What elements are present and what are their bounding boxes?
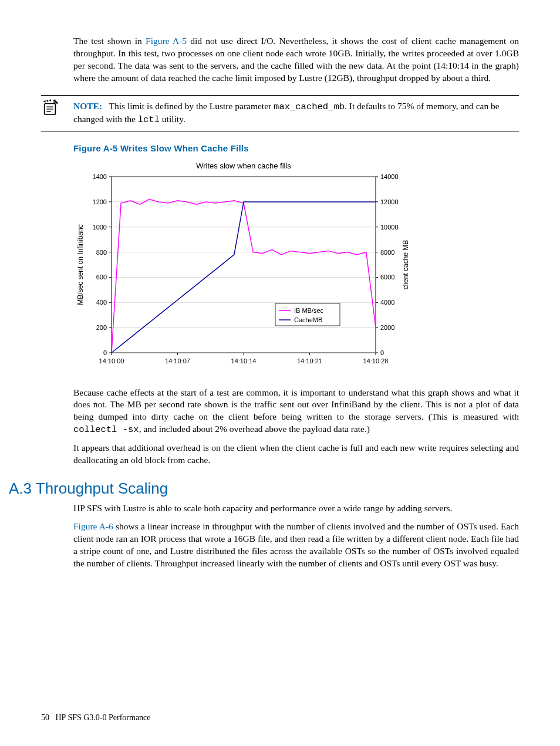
figure-link-a6[interactable]: Figure A-6 xyxy=(73,521,113,531)
text: Because cache effects at the start of a … xyxy=(73,387,519,422)
svg-text:400: 400 xyxy=(96,299,107,306)
svg-text:2000: 2000 xyxy=(380,324,394,331)
paragraph-3: It appears that additional overhead is o… xyxy=(73,442,519,467)
footer-text: HP SFS G3.0-0 Performance xyxy=(56,713,151,722)
text: This limit is defined by the Lustre para… xyxy=(109,101,274,111)
paragraph-1: The test shown in Figure A-5 did not use… xyxy=(73,35,519,85)
svg-text:1400: 1400 xyxy=(93,173,107,180)
svg-text:8000: 8000 xyxy=(380,248,394,255)
svg-text:Writes slow when cache fills: Writes slow when cache fills xyxy=(196,161,291,170)
svg-text:200: 200 xyxy=(96,324,107,331)
svg-text:IB MB/sec: IB MB/sec xyxy=(294,307,324,314)
svg-text:0: 0 xyxy=(380,349,384,356)
svg-text:CacheMB: CacheMB xyxy=(294,316,322,323)
svg-text:0: 0 xyxy=(103,349,107,356)
section-heading: A.3 Throughput Scaling xyxy=(9,480,519,498)
svg-text:10000: 10000 xyxy=(380,223,399,230)
text: The test shown in xyxy=(73,36,146,46)
svg-text:14:10:07: 14:10:07 xyxy=(165,357,190,364)
figure-link-a5[interactable]: Figure A-5 xyxy=(146,36,187,46)
svg-text:6000: 6000 xyxy=(380,274,394,281)
code: max_cached_mb xyxy=(274,102,345,112)
note-icon xyxy=(41,99,59,117)
note-block: NOTE: This limit is defined by the Lustr… xyxy=(41,95,519,131)
paragraph-2: Because cache effects at the start of a … xyxy=(73,387,519,437)
figure-caption: Figure A-5 Writes Slow When Cache Fills xyxy=(73,143,519,153)
svg-text:1200: 1200 xyxy=(93,198,107,205)
chart-figure-a5: Writes slow when cache fills020040060080… xyxy=(73,159,414,376)
svg-text:800: 800 xyxy=(96,248,107,255)
page-number: 50 xyxy=(41,713,49,722)
paragraph-4: HP SFS with Lustre is able to scale both… xyxy=(73,502,519,515)
svg-text:14000: 14000 xyxy=(380,173,399,180)
svg-text:14:10:21: 14:10:21 xyxy=(297,357,322,364)
svg-text:12000: 12000 xyxy=(380,198,399,205)
code: collectl -sx xyxy=(73,424,139,435)
svg-text:1000: 1000 xyxy=(93,223,107,230)
svg-text:4000: 4000 xyxy=(380,299,394,306)
svg-text:client cache MB: client cache MB xyxy=(402,239,410,289)
svg-text:14:10:28: 14:10:28 xyxy=(363,357,389,364)
svg-text:14:10:00: 14:10:00 xyxy=(99,357,124,364)
svg-text:600: 600 xyxy=(96,274,107,281)
svg-text:14:10:14: 14:10:14 xyxy=(231,357,257,364)
svg-text:MB/sec sent on Infinibanc: MB/sec sent on Infinibanc xyxy=(76,224,85,305)
paragraph-5: Figure A-6 shows a linear increase in th… xyxy=(73,521,519,570)
text: shows a linear increase in throughput wi… xyxy=(73,521,519,568)
text: utility. xyxy=(160,114,185,124)
page-footer: 50 HP SFS G3.0-0 Performance xyxy=(41,713,151,723)
text: , and included about 2% overhead above t… xyxy=(139,424,370,434)
note-label: NOTE: xyxy=(73,101,102,111)
code: lctl xyxy=(138,114,160,125)
